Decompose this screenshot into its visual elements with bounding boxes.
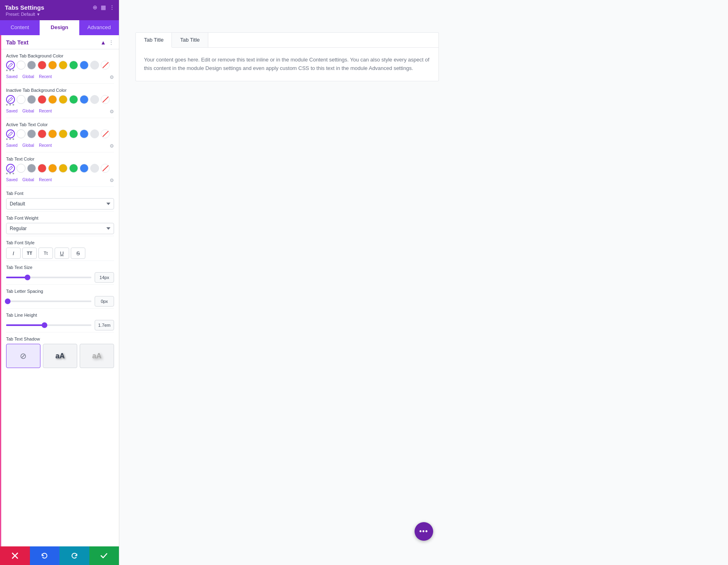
shadow-style-2-box[interactable]: aA: [80, 344, 114, 368]
target-icon[interactable]: ⊕: [93, 4, 97, 11]
tab-content[interactable]: Content: [0, 20, 40, 35]
color-swatch-red-4[interactable]: [38, 164, 47, 173]
shadow-boxes: ⊘ aA aA: [6, 344, 114, 368]
shadow-none-box[interactable]: ⊘: [6, 344, 40, 368]
color-swatch-blue-2[interactable]: [80, 95, 89, 104]
section-options-icon[interactable]: ⋮: [108, 39, 114, 46]
font-style-capitalize-btn[interactable]: Tt: [38, 248, 53, 259]
gear-icon-1[interactable]: ⚙: [110, 74, 114, 80]
floating-dots-button[interactable]: •••: [415, 522, 433, 541]
tab-line-height-thumb[interactable]: [42, 322, 47, 328]
tab-text-size-thumb[interactable]: [25, 275, 30, 280]
color-swatch-gray-4[interactable]: [27, 164, 36, 173]
color-swatch-blue[interactable]: [80, 61, 89, 70]
color-swatch-orange-3[interactable]: [48, 129, 57, 138]
font-style-italic-btn[interactable]: I: [6, 248, 21, 259]
shadow-text-2: aA: [92, 352, 102, 360]
tab-text-size-slider-row: 14px: [6, 272, 114, 283]
columns-icon[interactable]: ▦: [101, 4, 106, 11]
preview-tab-1[interactable]: Tab Title: [136, 33, 172, 48]
saved-label-1[interactable]: Saved: [6, 74, 17, 80]
tab-letter-spacing-value[interactable]: 0px: [95, 296, 114, 307]
tab-font-style-setting: Tab Font Style I TT Tt U S: [1, 236, 119, 260]
color-swatch-light-gray-3[interactable]: [90, 129, 99, 138]
color-swatch-none-4[interactable]: [101, 164, 110, 173]
color-swatch-light-gray[interactable]: [90, 61, 99, 70]
color-swatch-green-3[interactable]: [69, 129, 78, 138]
color-swatch-orange[interactable]: [48, 61, 57, 70]
recent-label-3[interactable]: Recent: [39, 143, 52, 149]
gear-icon-2[interactable]: ⚙: [110, 109, 114, 114]
color-swatch-yellow-2[interactable]: [59, 95, 68, 104]
color-swatch-white-4[interactable]: [17, 164, 25, 173]
global-label-3[interactable]: Global: [22, 143, 34, 149]
color-swatch-red-2[interactable]: [38, 95, 47, 104]
color-swatch-orange-4[interactable]: [48, 164, 57, 173]
color-swatch-gray[interactable]: [27, 61, 36, 70]
color-swatch-yellow-4[interactable]: [59, 164, 68, 173]
color-swatch-white-3[interactable]: [17, 129, 25, 138]
color-swatch-blue-4[interactable]: [80, 164, 89, 173]
font-style-strikethrough-btn[interactable]: S: [71, 248, 85, 259]
color-swatch-green-2[interactable]: [69, 95, 78, 104]
color-swatch-gray-3[interactable]: [27, 129, 36, 138]
recent-label-2[interactable]: Recent: [39, 109, 52, 114]
color-picker-icon-4[interactable]: [6, 164, 15, 173]
tab-advanced[interactable]: Advanced: [79, 20, 119, 35]
shadow-style-1-box[interactable]: aA: [43, 344, 77, 368]
tab-text-size-track[interactable]: [6, 277, 91, 278]
color-swatch-orange-2[interactable]: [48, 95, 57, 104]
color-swatch-yellow[interactable]: [59, 61, 68, 70]
color-swatch-red[interactable]: [38, 61, 47, 70]
global-label-2[interactable]: Global: [22, 109, 34, 114]
redo-button[interactable]: [59, 546, 89, 565]
tab-line-height-track[interactable]: [6, 324, 91, 326]
gear-icon-3[interactable]: ⚙: [110, 143, 114, 149]
color-picker-icon-2[interactable]: [6, 95, 15, 104]
color-swatch-gray-2[interactable]: [27, 95, 36, 104]
color-swatch-light-gray-2[interactable]: [90, 95, 99, 104]
cancel-button[interactable]: [0, 546, 30, 565]
color-swatch-green-4[interactable]: [69, 164, 78, 173]
tab-font-weight-select[interactable]: Regular: [6, 223, 114, 234]
tab-line-height-fill: [6, 324, 44, 326]
tab-font-select[interactable]: Default: [6, 198, 114, 209]
color-swatch-none[interactable]: [101, 61, 110, 70]
color-swatch-yellow-3[interactable]: [59, 129, 68, 138]
color-swatch-light-gray-4[interactable]: [90, 164, 99, 173]
color-swatch-white[interactable]: [17, 61, 25, 70]
font-style-uppercase-btn[interactable]: TT: [22, 248, 37, 259]
color-swatch-blue-3[interactable]: [80, 129, 89, 138]
tab-letter-spacing-track[interactable]: [6, 300, 91, 302]
color-swatch-none-2[interactable]: [101, 95, 110, 104]
tab-letter-spacing-setting: Tab Letter Spacing 0px: [1, 285, 119, 308]
recent-label-4[interactable]: Recent: [39, 178, 52, 183]
color-picker-icon-3[interactable]: [6, 129, 15, 138]
color-swatch-none-3[interactable]: [101, 129, 110, 138]
tab-line-height-value[interactable]: 1.7em: [95, 320, 114, 330]
section-header: Tab Text ▲ ⋮: [1, 35, 119, 49]
color-swatch-white-2[interactable]: [17, 95, 25, 104]
color-picker-icon[interactable]: [6, 61, 15, 70]
undo-button[interactable]: [30, 546, 60, 565]
color-swatch-green[interactable]: [69, 61, 78, 70]
save-button[interactable]: [89, 546, 119, 565]
color-swatch-red-3[interactable]: [38, 129, 47, 138]
tab-text-size-value[interactable]: 14px: [95, 272, 114, 283]
preview-tab-2[interactable]: Tab Title: [172, 33, 208, 47]
global-label-4[interactable]: Global: [22, 178, 34, 183]
recent-label-1[interactable]: Recent: [39, 74, 52, 80]
global-label-1[interactable]: Global: [22, 74, 34, 80]
saved-label-3[interactable]: Saved: [6, 143, 17, 149]
gear-icon-4[interactable]: ⚙: [110, 178, 114, 183]
font-style-underline-btn[interactable]: U: [55, 248, 69, 259]
panel-preset[interactable]: Preset: Default ▾: [5, 12, 44, 17]
more-icon[interactable]: ⋮: [109, 4, 115, 11]
tab-design[interactable]: Design: [40, 20, 79, 35]
section-collapse-icon[interactable]: ▲: [100, 39, 106, 46]
panel-header-icons: ⊕ ▦ ⋮: [93, 4, 115, 11]
saved-label-2[interactable]: Saved: [6, 109, 17, 114]
tab-letter-spacing-thumb[interactable]: [5, 298, 11, 304]
panel-content: Tab Text ▲ ⋮ Active Tab Background Color: [0, 35, 119, 546]
saved-label-4[interactable]: Saved: [6, 178, 17, 183]
